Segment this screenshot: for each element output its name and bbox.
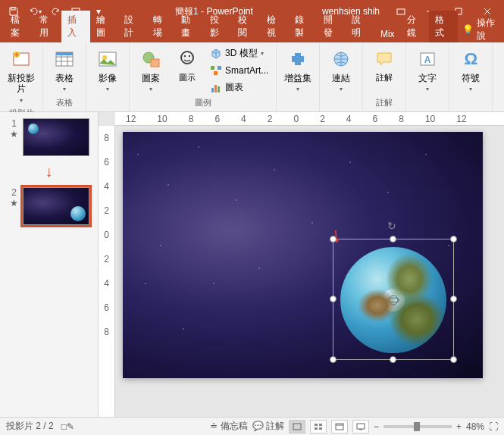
lightbulb-icon: 💡: [462, 24, 474, 35]
tab-view[interactable]: 檢視: [261, 11, 290, 42]
resize-handle[interactable]: [450, 296, 457, 302]
spellcheck-icon[interactable]: □✎: [61, 421, 74, 432]
shapes-button[interactable]: 圖案▾: [134, 45, 167, 95]
annotation-arrow-icon: ↘: [324, 224, 348, 247]
media-button[interactable]: 媒體▾: [497, 45, 504, 95]
icons-icon: [175, 47, 199, 71]
comments-button[interactable]: 💬 註解: [252, 420, 284, 433]
3d-rotate-icon[interactable]: [382, 289, 405, 311]
tab-home[interactable]: 常用: [33, 11, 62, 42]
tab-draw[interactable]: 繪圖: [90, 11, 119, 42]
chart-button[interactable]: 圖表: [207, 80, 271, 95]
tab-developer[interactable]: 開發: [318, 11, 346, 42]
resize-handle[interactable]: [390, 356, 396, 363]
cube-icon: [210, 48, 222, 60]
icons-button[interactable]: 圖示: [171, 45, 204, 84]
slide-canvas[interactable]: 12108642024681012 864202468 ↻ ↘: [99, 112, 504, 417]
selection-box[interactable]: ↻ ↘: [333, 239, 454, 360]
link-icon: [329, 47, 353, 71]
addins-button[interactable]: 增益集▾: [281, 45, 315, 95]
tab-design[interactable]: 設計: [118, 11, 147, 42]
group-label-illustrations: 圖例: [195, 95, 211, 110]
svg-rect-35: [357, 424, 365, 429]
svg-point-10: [102, 55, 107, 60]
svg-rect-30: [319, 424, 322, 426]
comment-button[interactable]: 註解: [368, 45, 401, 84]
zoom-in-button[interactable]: +: [456, 421, 462, 432]
ribbon-tabs: 檔案 常用 插入 繪圖 設計 轉場 動畫 投影 校閱 檢視 錄製 開發 說明 M…: [0, 23, 504, 42]
resize-handle[interactable]: [450, 356, 457, 363]
addins-icon: [286, 47, 310, 71]
tab-help[interactable]: 說明: [346, 11, 374, 42]
slide-thumbnails: 1★ ↓ 2★: [0, 112, 99, 417]
svg-rect-19: [211, 88, 214, 92]
slide-counter[interactable]: 投影片 2 / 2: [6, 420, 54, 433]
zoom-slider[interactable]: [383, 425, 452, 428]
globe-icon: [70, 206, 86, 221]
tab-slideshow[interactable]: 投影: [204, 11, 233, 42]
resize-handle[interactable]: [450, 236, 457, 243]
resize-handle[interactable]: [330, 356, 337, 363]
ribbon: 新投影片▾ 投影片 表格▾ 表格 影像▾ . 圖案▾: [0, 42, 504, 112]
svg-rect-0: [11, 8, 15, 10]
tell-me[interactable]: 💡操作說: [458, 17, 504, 42]
group-comments: 註解 註解: [363, 42, 406, 111]
slide[interactable]: ↻ ↘: [123, 132, 483, 378]
notes-button[interactable]: ≐ 備忘稿: [210, 420, 247, 433]
zoom-level[interactable]: 48%: [466, 421, 484, 432]
resize-handle[interactable]: [390, 236, 396, 243]
reading-view-button[interactable]: [331, 420, 348, 433]
group-images: 影像▾ .: [86, 42, 130, 111]
annotation-arrow-icon: ↓: [45, 163, 53, 180]
svg-point-26: [389, 296, 398, 305]
tab-recording[interactable]: 錄製: [289, 11, 318, 42]
svg-rect-8: [56, 52, 73, 55]
shapes-icon: [139, 47, 163, 71]
image-icon: [95, 47, 120, 71]
svg-rect-20: [214, 85, 217, 92]
rotate-handle[interactable]: ↻: [387, 220, 396, 232]
svg-rect-29: [315, 424, 318, 426]
3d-globe-object[interactable]: [340, 247, 446, 353]
tab-insert[interactable]: 插入: [61, 11, 90, 42]
tab-format[interactable]: 格式: [429, 11, 458, 42]
globe-icon: [28, 124, 39, 134]
resize-handle[interactable]: [330, 236, 337, 243]
group-illustrations: 圖案▾ 圖示 3D 模型 ▾ SmartArt... 圖表 圖例: [130, 42, 277, 111]
svg-rect-21: [218, 86, 220, 92]
svg-point-14: [184, 55, 186, 57]
link-button[interactable]: 連結▾: [324, 45, 358, 95]
normal-view-button[interactable]: [289, 420, 305, 433]
table-button[interactable]: 表格▾: [48, 45, 81, 95]
group-label-comments: 註解: [376, 95, 393, 110]
group-links: 連結▾ .: [320, 42, 363, 111]
svg-rect-16: [211, 66, 214, 70]
thumbnail-2[interactable]: 2★: [9, 187, 89, 225]
tab-file[interactable]: 檔案: [5, 11, 33, 42]
zoom-out-button[interactable]: −: [374, 421, 379, 432]
tab-animations[interactable]: 動畫: [175, 11, 204, 42]
svg-rect-32: [319, 427, 322, 430]
svg-rect-28: [293, 424, 301, 430]
tab-review[interactable]: 校閱: [232, 11, 261, 42]
symbol-button[interactable]: Ω 符號▾: [454, 45, 487, 95]
group-text: A 文字▾ .: [406, 42, 449, 111]
new-slide-button[interactable]: 新投影片▾: [5, 45, 38, 106]
tab-storyboard[interactable]: 分鏡: [401, 11, 430, 42]
smartart-icon: [210, 64, 222, 77]
comment-icon: [372, 47, 396, 71]
tab-mix[interactable]: Mix: [374, 26, 401, 42]
image-button[interactable]: 影像▾: [91, 45, 124, 95]
fit-to-window-button[interactable]: ⛶: [489, 421, 498, 432]
resize-handle[interactable]: [330, 296, 337, 302]
status-bar: 投影片 2 / 2 □✎ ≐ 備忘稿 💬 註解 − + 48% ⛶: [0, 417, 504, 435]
smartart-button[interactable]: SmartArt...: [207, 63, 271, 78]
sorter-view-button[interactable]: [310, 420, 327, 433]
thumbnail-1[interactable]: 1★: [9, 118, 89, 156]
slideshow-view-button[interactable]: [352, 420, 369, 433]
tab-transitions[interactable]: 轉場: [147, 11, 176, 42]
text-icon: A: [415, 47, 440, 71]
3d-model-button[interactable]: 3D 模型 ▾: [207, 45, 271, 61]
text-button[interactable]: A 文字▾: [411, 45, 444, 95]
new-slide-icon: [9, 47, 33, 71]
